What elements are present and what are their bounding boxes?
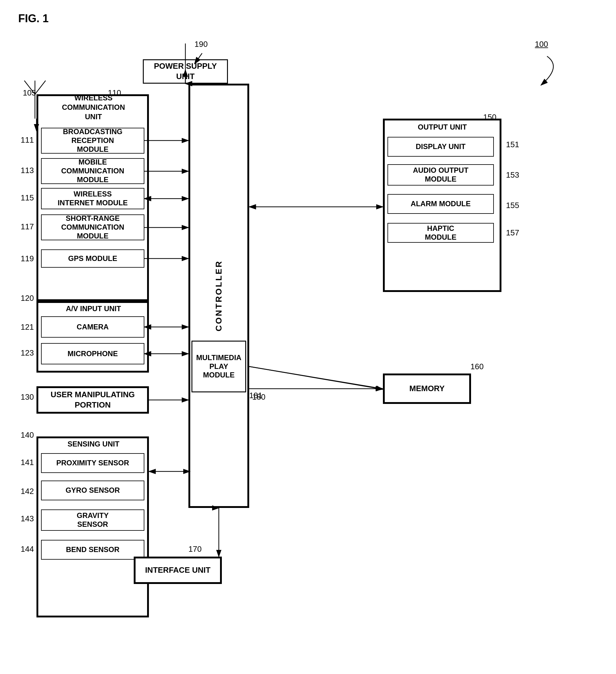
power-supply-box: POWER SUPPLY UNIT xyxy=(143,59,228,84)
svg-line-24 xyxy=(249,366,382,389)
svg-line-23 xyxy=(249,366,383,389)
gps-box: GPS MODULE xyxy=(41,249,144,268)
ref-105: 105 xyxy=(23,88,36,98)
haptic-box: HAPTICMODULE xyxy=(388,223,494,243)
ref-119: 119 xyxy=(21,254,34,263)
ref-141: 141 xyxy=(21,458,34,467)
bend-box: BEND SENSOR xyxy=(41,540,144,560)
ref-170: 170 xyxy=(188,544,201,554)
ref-143: 143 xyxy=(21,514,34,524)
audio-output-box: AUDIO OUTPUTMODULE xyxy=(388,164,494,186)
gravity-box: GRAVITYSENSOR xyxy=(41,510,144,531)
microphone-box: MICROPHONE xyxy=(41,343,144,364)
mobile-comm-box: MOBILECOMMUNICATIONMODULE xyxy=(41,158,144,184)
short-range-box: SHORT-RANGECOMMUNICATIONMODULE xyxy=(41,214,144,240)
ref-190: 190 xyxy=(194,39,207,49)
proximity-box: PROXIMITY SENSOR xyxy=(41,453,144,473)
ref-100: 100 xyxy=(535,39,548,49)
output-label: OUTPUT UNIT xyxy=(386,121,499,133)
controller-label: CONTROLLER xyxy=(214,260,224,331)
fig-label: FIG. 1 xyxy=(18,12,49,25)
ref-151: 151 xyxy=(506,140,519,149)
ref-140: 140 xyxy=(21,430,34,440)
av-input-label: A/V INPUT UNIT xyxy=(39,303,147,314)
ref-157: 157 xyxy=(506,228,519,238)
ref-160: 160 xyxy=(470,362,483,371)
camera-box: CAMERA xyxy=(41,316,144,338)
svg-line-7 xyxy=(35,81,45,94)
ref-113: 113 xyxy=(21,166,34,175)
ref-120: 120 xyxy=(21,294,34,303)
ref-181: 181 xyxy=(249,391,262,400)
gyro-box: GYRO SENSOR xyxy=(41,480,144,500)
wireless-internet-box: WIRELESSINTERNET MODULE xyxy=(41,188,144,209)
display-box: DISPLAY UNIT xyxy=(388,137,494,157)
interface-box: INTERFACE UNIT xyxy=(134,557,222,584)
controller-box: CONTROLLER xyxy=(188,84,249,508)
broadcasting-box: BROADCASTINGRECEPTIONMODULE xyxy=(41,128,144,153)
ref-153: 153 xyxy=(506,170,519,180)
memory-box: MEMORY xyxy=(383,373,471,404)
ref-115: 115 xyxy=(21,193,34,203)
wireless-comm-label: WIRELESSCOMMUNICATIONUNIT xyxy=(39,96,147,119)
ref-144: 144 xyxy=(21,544,34,554)
ref-111: 111 xyxy=(21,135,34,145)
user-manip-box: USER MANIPULATINGPORTION xyxy=(36,386,149,414)
ref-130: 130 xyxy=(21,392,34,402)
multimedia-box: MULTIMEDIAPLAYMODULE xyxy=(191,341,246,392)
sensing-label: SENSING UNIT xyxy=(39,438,147,450)
ref-117: 117 xyxy=(21,222,34,231)
ref-121: 121 xyxy=(21,322,34,332)
ref-155: 155 xyxy=(506,201,519,210)
alarm-box: ALARM MODULE xyxy=(388,194,494,214)
diagram: FIG. 1 100 190 POWER SUPPLY UNIT 105 110… xyxy=(0,0,616,674)
ref-123: 123 xyxy=(21,348,34,358)
ref-142: 142 xyxy=(21,487,34,496)
